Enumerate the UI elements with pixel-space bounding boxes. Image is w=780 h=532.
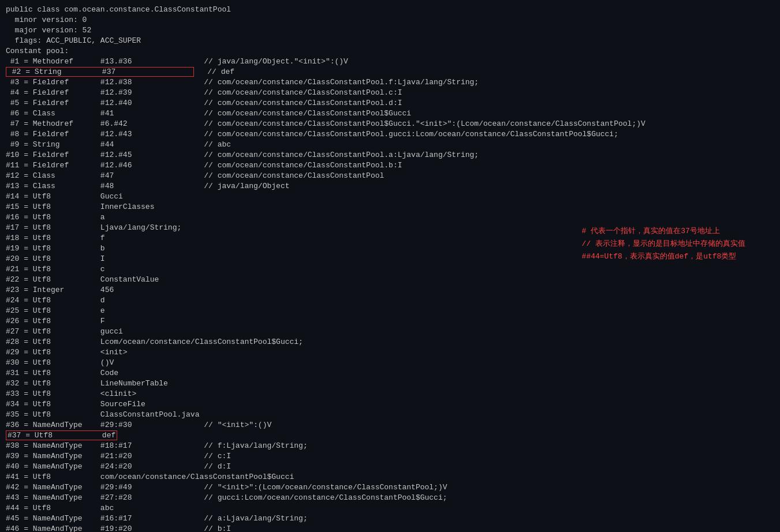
pool-entry-43: #43 = NameAndType #27:#28 // gucci:Lcom/… — [6, 493, 774, 503]
header-line3: major version: 52 — [6, 25, 774, 36]
pool-entry-10: #10 = Fieldref #12.#45 // com/ocean/cons… — [6, 150, 774, 160]
pool-container: #1 = Methodref #13.#36 // java/lang/Obje… — [6, 57, 774, 532]
pool-entry-36: #36 = NameAndType #29:#30 // "<init>":()… — [6, 420, 774, 430]
pool-entry-33: #33 = Utf8 <clinit> — [6, 389, 774, 399]
header-line1: public class com.ocean.constance.ClassCo… — [6, 5, 774, 15]
pool-entry-7: #7 = Methodref #6.#42 // com/ocean/const… — [6, 119, 774, 129]
pool-entry-46: #46 = NameAndType #19:#20 // b:I — [6, 524, 774, 532]
pool-entry-24: #24 = Utf8 d — [6, 295, 774, 306]
main-container: public class com.ocean.constance.ClassCo… — [0, 0, 780, 532]
pool-entry-15: #15 = Utf8 InnerClasses — [6, 202, 774, 212]
pool-entry-45: #45 = NameAndType #16:#17 // a:Ljava/lan… — [6, 514, 774, 524]
pool-entry-29: #29 = Utf8 <init> — [6, 347, 774, 358]
pool-entry-26: #26 = Utf8 F — [6, 316, 774, 327]
pool-entry-3: #3 = Fieldref #12.#38 // com/ocean/const… — [6, 77, 774, 88]
pool-entry-30: #30 = Utf8 ()V — [6, 358, 774, 368]
pool-entry-37: #37 = Utf8 def — [6, 430, 774, 441]
pool-entry-12: #12 = Class #47 // com/ocean/constance/C… — [6, 171, 774, 181]
pool-entry-38: #38 = NameAndType #18:#17 // f:Ljava/lan… — [6, 441, 774, 451]
annotation-line1: # 代表一个指针，真实的值在37号地址上 — [582, 225, 745, 238]
pool-entry-28: #28 = Utf8 Lcom/ocean/constance/ClassCon… — [6, 337, 774, 347]
pool-entry-6: #6 = Class #41 // com/ocean/constance/Cl… — [6, 108, 774, 119]
pool-entry-11: #11 = Fieldref #12.#46 // com/ocean/cons… — [6, 160, 774, 171]
pool-entry-16: #16 = Utf8 a — [6, 212, 774, 223]
pool-entry-39: #39 = NameAndType #21:#20 // c:I — [6, 451, 774, 462]
pool-entry-31: #31 = Utf8 Code — [6, 368, 774, 379]
pool-entry-25: #25 = Utf8 e — [6, 306, 774, 316]
pool-entry-34: #34 = Utf8 SourceFile — [6, 399, 774, 410]
pool-entry-22: #22 = Utf8 ConstantValue — [6, 275, 774, 285]
annotation-box: # 代表一个指针，真实的值在37号地址上 // 表示注释，显示的是目标地址中存储… — [582, 225, 745, 263]
pool-entry-32: #32 = Utf8 LineNumberTable — [6, 379, 774, 389]
pool-entry-13: #13 = Class #48 // java/lang/Object — [6, 181, 774, 192]
header-line2: minor version: 0 — [6, 15, 774, 25]
pool-entry-2: #2 = String #37 // def — [6, 67, 774, 77]
pool-entry-5: #5 = Fieldref #12.#40 // com/ocean/const… — [6, 98, 774, 108]
header-line4: flags: ACC_PUBLIC, ACC_SUPER — [6, 36, 774, 46]
pool-entry-4: #4 = Fieldref #12.#39 // com/ocean/const… — [6, 88, 774, 98]
pool-entry-35: #35 = Utf8 ClassConstantPool.java — [6, 410, 774, 420]
pool-entry-21: #21 = Utf8 c — [6, 264, 774, 275]
header-line5: Constant pool: — [6, 46, 774, 57]
annotation-line3: ##44=Utf8，表示真实的值def，是utf8类型 — [582, 250, 745, 263]
pool-entry-40: #40 = NameAndType #24:#20 // d:I — [6, 462, 774, 472]
pool-entry-1: #1 = Methodref #13.#36 // java/lang/Obje… — [6, 57, 774, 67]
pool-entry-23: #23 = Integer 456 — [6, 285, 774, 295]
pool-entry-42: #42 = NameAndType #29:#49 // "<init>":(L… — [6, 482, 774, 493]
pool-entry-44: #44 = Utf8 abc — [6, 503, 774, 514]
pool-entry-14: #14 = Utf8 Gucci — [6, 192, 774, 202]
pool-entry-8: #8 = Fieldref #12.#43 // com/ocean/const… — [6, 129, 774, 140]
annotation-line2: // 表示注释，显示的是目标地址中存储的真实值 — [582, 238, 745, 250]
pool-entry-41: #41 = Utf8 com/ocean/constance/ClassCons… — [6, 472, 774, 482]
pool-entry-9: #9 = String #44 // abc — [6, 140, 774, 150]
pool-entry-27: #27 = Utf8 gucci — [6, 327, 774, 337]
